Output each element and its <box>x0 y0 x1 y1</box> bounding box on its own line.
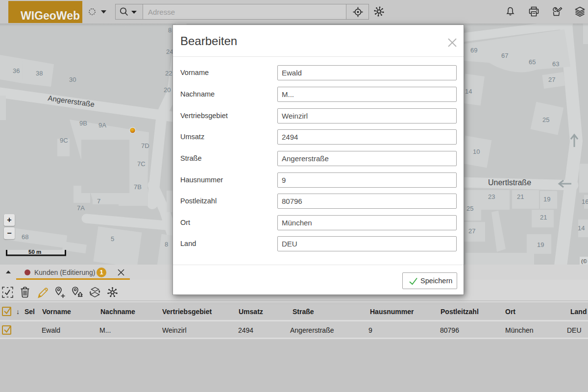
svg-text:Unertlstraße: Unertlstraße <box>488 178 531 187</box>
svg-text:8: 8 <box>165 241 168 248</box>
svg-text:65: 65 <box>529 58 536 66</box>
svg-text:9A: 9A <box>98 122 106 129</box>
svg-text:50 m: 50 m <box>28 249 41 255</box>
svg-text:7D: 7D <box>141 142 149 149</box>
svg-text:25: 25 <box>542 116 549 123</box>
svg-text:7: 7 <box>97 197 100 205</box>
svg-text:16: 16 <box>582 198 588 205</box>
svg-text:19: 19 <box>543 196 550 203</box>
svg-text:9C: 9C <box>60 137 68 144</box>
svg-text:36: 36 <box>13 67 20 74</box>
svg-text:63: 63 <box>552 60 559 68</box>
svg-text:10: 10 <box>473 148 480 155</box>
svg-text:25: 25 <box>466 205 473 212</box>
svg-text:7A: 7A <box>77 204 85 212</box>
svg-text:9B: 9B <box>79 120 87 127</box>
svg-text:5: 5 <box>111 235 114 243</box>
svg-text:14: 14 <box>578 224 585 232</box>
svg-text:21: 21 <box>517 193 524 200</box>
svg-text:27: 27 <box>468 227 475 235</box>
svg-text:67: 67 <box>501 52 508 59</box>
svg-text:27: 27 <box>548 76 555 83</box>
svg-text:30: 30 <box>69 76 76 83</box>
svg-text:21: 21 <box>540 214 547 221</box>
svg-text:(©: (© <box>581 258 587 264</box>
svg-text:22: 22 <box>165 70 172 77</box>
svg-text:7C: 7C <box>137 160 146 168</box>
svg-text:20: 20 <box>164 86 171 94</box>
svg-text:14: 14 <box>465 88 472 95</box>
svg-text:38: 38 <box>36 70 43 77</box>
svg-text:7B: 7B <box>134 183 142 191</box>
svg-text:8: 8 <box>168 26 172 34</box>
svg-text:69: 69 <box>470 47 477 54</box>
svg-text:19: 19 <box>537 241 544 248</box>
svg-text:23: 23 <box>488 193 495 200</box>
svg-text:68: 68 <box>22 233 28 241</box>
